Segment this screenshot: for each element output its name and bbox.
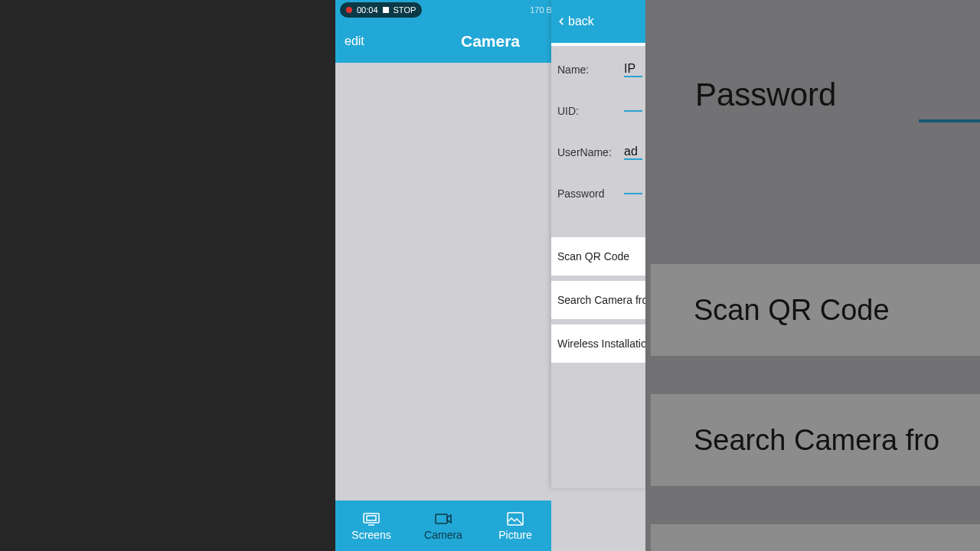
uid-label: UID: (557, 105, 579, 117)
screens-icon (362, 511, 381, 527)
password-field[interactable] (624, 193, 642, 194)
record-time: 00:04 (357, 5, 378, 15)
password-label: Password (557, 187, 604, 200)
name-label: Name: (557, 64, 589, 76)
row-uid: UID: (551, 90, 645, 132)
zoom-wireless-item (651, 524, 980, 551)
camera-icon (434, 511, 452, 527)
zoom-password-label: Password (695, 77, 836, 113)
back-button[interactable]: back (551, 0, 645, 43)
zoom-search-item: Search Camera fro (651, 394, 980, 486)
tab-screens[interactable]: Screens (335, 500, 407, 551)
uid-field[interactable] (624, 110, 642, 112)
picture-icon (506, 511, 524, 527)
row-username: UserName: ad (551, 132, 645, 173)
svg-rect-4 (367, 516, 376, 520)
bottom-tab-bar: Screens Camera Picture (335, 500, 551, 551)
zoom-password-underline (919, 84, 980, 122)
stage: Password Scan QR Code Search Camera fro … (0, 0, 980, 551)
row-name: Name: IP (551, 49, 645, 90)
svg-rect-6 (436, 514, 447, 523)
panel-menu: Scan QR Code Search Camera fro Wireless … (551, 237, 645, 363)
username-field[interactable]: ad (624, 145, 642, 160)
menu-scan-qr[interactable]: Scan QR Code (551, 237, 645, 276)
chevron-left-icon (556, 16, 567, 27)
zoom-background: Password Scan QR Code Search Camera fro (643, 0, 980, 551)
tab-camera[interactable]: Camera (407, 500, 479, 551)
tab-screens-label: Screens (351, 529, 390, 541)
add-camera-panel: back Name: IP UID: UserName: ad Password (551, 0, 645, 488)
username-label: UserName: (557, 146, 612, 158)
svg-rect-3 (364, 514, 379, 523)
back-label: back (568, 15, 594, 28)
record-dot-icon (346, 7, 352, 13)
menu-wireless-install[interactable]: Wireless Installatio (551, 324, 645, 363)
tab-camera-label: Camera (424, 529, 462, 541)
zoom-scan-item: Scan QR Code (651, 264, 980, 356)
stop-icon (383, 7, 389, 13)
tab-picture-label: Picture (498, 529, 532, 541)
stop-label: STOP (394, 5, 416, 15)
row-password: Password (551, 173, 645, 214)
panel-form: Name: IP UID: UserName: ad Password (551, 46, 645, 214)
name-field[interactable]: IP (624, 62, 642, 77)
phone-frame: 00:04 STOP 170 B/s ⏰ 📶 10:37 edit Camera (335, 0, 645, 551)
tab-picture[interactable]: Picture (479, 500, 551, 551)
menu-search-lan[interactable]: Search Camera fro (551, 281, 645, 319)
screen-record-pill[interactable]: 00:04 STOP (340, 2, 422, 18)
